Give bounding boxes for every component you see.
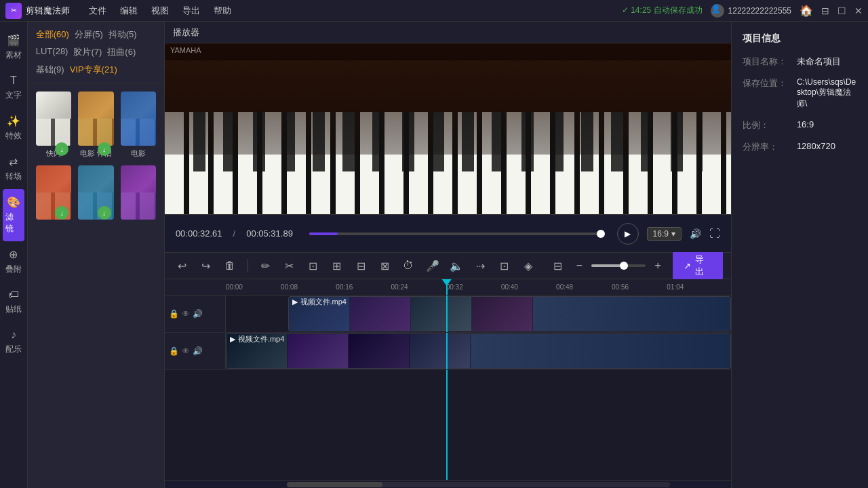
filter-tag-film[interactable]: 胶片(7) [73, 46, 102, 58]
overlay-icon: ⊕ [9, 248, 18, 261]
player-video: YAMAHA [165, 43, 731, 214]
redo-btn[interactable]: ↪ [197, 256, 215, 275]
filter-tag-split[interactable]: 分屏(5) [75, 28, 103, 41]
sidebar-item-text[interactable]: T 文字 [0, 68, 27, 108]
sidebar-item-media[interactable]: 🎬 素材 [0, 27, 27, 68]
zoom-thumbnail-btn[interactable]: ⊟ [548, 256, 567, 275]
track-lock-icon[interactable]: 🔒 [169, 309, 179, 319]
timer-btn[interactable]: ⏱ [399, 256, 418, 275]
zoom-slider[interactable] [591, 264, 646, 267]
motion-btn[interactable]: ⇢ [471, 256, 489, 275]
clip-thumb-rest [533, 297, 730, 331]
mark-btn[interactable]: ◈ [519, 256, 537, 275]
trim-btn[interactable]: ⊡ [304, 256, 322, 275]
player-controls: 00:00:32.61 / 00:05:31.89 ▶ 16:9 ▾ 🔊 ⛶ [165, 214, 731, 252]
aspect-ratio-btn[interactable]: 16:9 ▾ [647, 227, 682, 241]
video-icon: ▶ [292, 298, 298, 306]
download-btn-warm[interactable]: ↓ [55, 206, 68, 220]
home-icon[interactable]: 🏠 [800, 4, 813, 17]
filter-item-cool[interactable]: ↓ [78, 165, 113, 222]
filter-item-retro[interactable]: ↓ 电影 怀旧 [78, 92, 113, 159]
sidebar-item-filter[interactable]: 🎨 滤镜 [3, 189, 24, 241]
track2-lock-icon[interactable]: 🔒 [169, 346, 179, 356]
track-audio-icon[interactable]: 🔊 [193, 309, 203, 319]
clip-thumb [472, 297, 533, 331]
cut-btn[interactable]: ✂ [280, 256, 298, 275]
current-time: 00:00:32.61 [176, 228, 222, 239]
menu-bar: 文件 编辑 视图 导出 帮助 [83, 3, 237, 18]
info-value-name: 未命名项目 [797, 56, 841, 68]
hscroll-track[interactable] [287, 482, 670, 487]
crop-btn[interactable]: ⊞ [328, 256, 346, 275]
video-overlay [165, 60, 731, 155]
sidebar-item-effects[interactable]: ✨ 特效 [0, 108, 27, 148]
filter-item-blue[interactable]: 电影 [121, 92, 156, 159]
filter-tag-lut[interactable]: LUT(28) [36, 46, 68, 58]
sidebar-label-transition: 转场 [5, 171, 22, 182]
filter-tag-vip[interactable]: VIP专享(21) [70, 64, 117, 76]
sidebar-item-transition[interactable]: ⇄ 转场 [0, 148, 27, 189]
track-content-1: ▶ ▶ 视频文件.mp4 视频文件.mp4 [226, 296, 731, 332]
filter-item-purple[interactable] [121, 165, 156, 222]
menu-export[interactable]: 导出 [177, 3, 205, 18]
menu-file[interactable]: 文件 [83, 3, 112, 18]
sidebar-item-overlay[interactable]: ⊕ 叠附 [0, 241, 27, 282]
undo-btn[interactable]: ↩ [173, 256, 191, 275]
sidebar-item-sticker[interactable]: 🏷 贴纸 [0, 282, 27, 322]
chevron-down-icon: ▾ [671, 229, 675, 239]
track-visible-icon[interactable]: 👁 [182, 309, 190, 319]
filter-item-warm[interactable]: ↓ [36, 165, 71, 222]
progress-thumb[interactable] [597, 230, 605, 238]
transition-icon: ⇄ [9, 155, 18, 168]
hscroll-thumb[interactable] [287, 482, 382, 487]
zoom-controls: ⊟ − + [548, 256, 667, 275]
zoom-out-btn[interactable]: − [570, 256, 589, 275]
progress-bar[interactable] [309, 232, 601, 235]
track-controls-1: 🔒 👁 🔊 [165, 296, 226, 332]
caption-btn[interactable]: ⊡ [495, 256, 513, 275]
volume-icon[interactable]: 🔊 [690, 228, 701, 239]
menu-edit[interactable]: 编辑 [115, 3, 143, 18]
export-icon: ↗ [684, 261, 691, 271]
track2-visible-icon[interactable]: 👁 [182, 346, 190, 356]
info-value-resolution: 868x488 [797, 141, 835, 151]
download-btn-flash[interactable]: ↓ [55, 142, 68, 156]
filter-label-blue: 电影 [121, 148, 156, 159]
download-btn-cool[interactable]: ↓ [98, 206, 111, 220]
play-button[interactable]: ▶ [617, 223, 639, 245]
filter-panel: 全部(60) 分屏(5) 抖动(5) LUT(28) 胶片(7) 扭曲(6) 基… [28, 22, 165, 488]
delete-btn[interactable]: 🗑 [220, 256, 239, 275]
track1-clip[interactable] [288, 296, 731, 331]
player-area: 播放器 YAMAHA 00:00:32.61 / 00:05:31.89 ▶ [165, 22, 731, 252]
menu-help[interactable]: 帮助 [208, 3, 237, 18]
info-row-name: 项目名称： 未命名项目 [743, 56, 857, 68]
sidebar-item-music[interactable]: ♪ 配乐 [0, 322, 27, 362]
track-row-1: 🔒 👁 🔊 ▶ ▶ 视频文件.mp4 视频文件.mp4 [165, 296, 731, 333]
download-btn-retro[interactable]: ↓ [98, 142, 111, 156]
edit-btn[interactable]: ✏ [256, 256, 275, 275]
track2-clip[interactable] [226, 333, 731, 369]
fullscreen-icon[interactable]: ⛶ [709, 228, 720, 240]
sidebar-label-music: 配乐 [5, 344, 22, 355]
tts-btn[interactable]: 🔈 [447, 256, 465, 275]
zoom-in-btn[interactable]: + [648, 256, 667, 275]
timeline-hscroll [165, 480, 731, 488]
filter-tag-distort[interactable]: 扭曲(6) [107, 46, 136, 58]
video-frame: YAMAHA [165, 43, 731, 214]
frame-btn[interactable]: ⊟ [351, 256, 370, 275]
menu-view[interactable]: 视图 [146, 3, 174, 18]
clip-thumb [350, 297, 411, 331]
track2-label: ▶ 视频文件.mp4 [230, 334, 284, 344]
minimize-btn[interactable]: ⊟ [821, 5, 829, 16]
chart-btn[interactable]: ⊠ [376, 256, 394, 275]
filter-tag-all[interactable]: 全部(60) [36, 28, 69, 41]
timeline-empty [165, 370, 731, 480]
close-btn[interactable]: ✕ [854, 5, 863, 16]
filter-tag-basic[interactable]: 基础(9) [36, 64, 64, 76]
export-button[interactable]: ↗ 导出 [673, 251, 723, 281]
audio-btn[interactable]: 🎤 [423, 256, 441, 275]
maximize-btn[interactable]: ☐ [837, 5, 846, 16]
filter-tag-shake[interactable]: 抖动(5) [108, 28, 137, 41]
track2-audio-icon[interactable]: 🔊 [193, 346, 203, 356]
filter-item-flash[interactable]: ↓ 快闪 [36, 92, 71, 159]
